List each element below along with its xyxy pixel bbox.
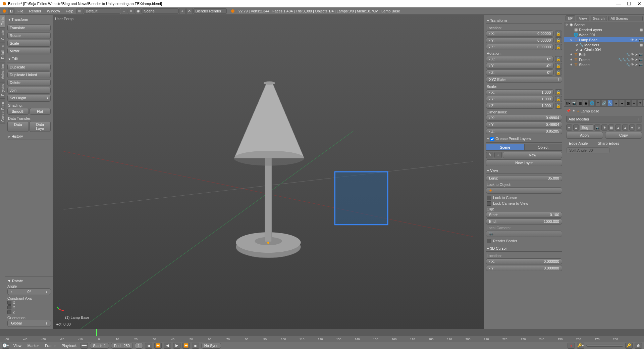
tab-physics[interactable]: Physics <box>0 82 5 98</box>
gp-scene-tab[interactable]: Scene <box>486 144 524 151</box>
outliner-modifiers-row[interactable]: ⊕🔧Modifiers▦ <box>564 42 644 47</box>
engine-dropdown[interactable]: Blender Render <box>193 8 227 14</box>
transform-header[interactable]: Transform <box>7 16 51 23</box>
layout-dropdown[interactable]: Default <box>84 8 120 14</box>
mod-move-up-icon[interactable]: ▲ <box>622 124 628 131</box>
gp-object-tab[interactable]: Object <box>524 144 562 151</box>
apply-button[interactable]: Apply <box>566 132 603 139</box>
outliner-frame-row[interactable]: ⊕▽Frame🔧🔧🔧 👁 ➤ 📷 <box>564 57 644 62</box>
clip-start-field[interactable]: Start:0.100 <box>486 212 562 218</box>
mod-edit-icon[interactable]: ▦ <box>608 124 614 131</box>
cursor-y-field[interactable]: ‹ Y:0.000000 <box>486 265 562 271</box>
timeline-editor-icon[interactable]: 🕐▾ <box>2 343 9 349</box>
menu-file[interactable]: File <box>15 8 26 14</box>
scale-x-field[interactable]: ‹ X:1.000 <box>486 89 554 95</box>
lock-camera-to-view[interactable]: Lock Camera to View <box>486 201 562 206</box>
angle-field[interactable]: ‹0°› <box>7 288 51 295</box>
outliner-search-menu[interactable]: Search <box>591 16 607 21</box>
tab-world-icon[interactable]: 🌐 <box>589 100 595 106</box>
minimize-icon[interactable]: — <box>616 1 621 6</box>
duplicate-linked-button[interactable]: Duplicate Linked <box>7 71 51 78</box>
lock-to-cursor[interactable]: Lock to Cursor <box>486 195 562 201</box>
rot-y-field[interactable]: ‹ Y:-0° <box>486 63 554 69</box>
screen-layout-icon[interactable]: ⊞ <box>76 8 83 14</box>
add-modifier-dropdown[interactable]: Add Modifier⁞ <box>566 116 642 122</box>
scale-button[interactable]: Scale <box>7 40 51 47</box>
mod-move-down-icon[interactable]: ▼ <box>629 124 635 131</box>
tab-grease-pencil[interactable]: Grease Pencil <box>0 98 5 124</box>
end-frame-field[interactable]: End:250 <box>111 343 133 349</box>
scene-add-icon[interactable]: + <box>179 8 186 14</box>
view-panel-header[interactable]: View <box>486 167 562 174</box>
keying-set-field[interactable] <box>586 345 623 347</box>
outliner-world-row[interactable]: 🌐World.001 <box>564 32 644 37</box>
tab-physics-icon[interactable]: ⟳ <box>637 100 643 106</box>
loc-y-field[interactable]: ‹ Y:0.00000 <box>486 37 554 43</box>
sharp-edges-checkbox[interactable]: Sharp Edges <box>595 140 620 147</box>
mod-cage-icon[interactable]: ▲ <box>615 124 621 131</box>
dim-y-field[interactable]: ‹ Y:0.48904 <box>486 121 562 128</box>
mod-delete-icon[interactable]: ✕ <box>636 124 642 131</box>
local-camera-field[interactable]: 📷 <box>486 231 562 237</box>
tab-modifiers-icon[interactable]: 🔧 <box>607 100 613 106</box>
lens-field[interactable]: Lens:35.000 <box>486 175 562 181</box>
jump-next-key-icon[interactable]: ⏩ <box>182 343 190 349</box>
scene-icon[interactable]: ◉ <box>135 8 142 14</box>
outliner-scene-row[interactable]: ⊖◉Scene <box>564 22 644 27</box>
edit-header[interactable]: Edit <box>7 55 51 62</box>
flat-button[interactable]: Flat <box>30 108 51 115</box>
tab-render-icon[interactable]: 📷 <box>572 100 577 106</box>
lock-icon[interactable]: 🔓 <box>555 69 562 76</box>
tab-render-layers-icon[interactable]: ▦ <box>578 100 583 106</box>
rot-x-field[interactable]: ‹ X:0° <box>486 56 554 62</box>
tab-animation[interactable]: Animation <box>0 62 5 81</box>
outliner-lampbase-row[interactable]: ⊖▽Lamp Base👁 ➤ 📷 <box>564 37 644 42</box>
jump-end-icon[interactable]: ⏭ <box>192 343 199 349</box>
lock-to-object-field[interactable]: ◈ <box>486 187 562 194</box>
outliner-view-menu[interactable]: View <box>577 16 589 21</box>
keyset-icon[interactable]: 🔑▾ <box>577 343 584 349</box>
outliner-editor-icon[interactable]: ⊟▾ <box>566 15 575 21</box>
translate-button[interactable]: Translate <box>7 24 51 31</box>
lock-icon[interactable]: 🔓 <box>555 89 562 95</box>
layout-remove-icon[interactable]: ✕ <box>128 8 135 14</box>
outliner-bulb-row[interactable]: ⊕▽Bulb🔧 👁 ➤ 📷 <box>564 52 644 57</box>
dim-z-field[interactable]: ‹ Z:0.85205 <box>486 128 562 134</box>
mod-collapse-icon[interactable]: ▾ <box>566 124 572 131</box>
data-layout-button[interactable]: Data Layo <box>30 121 51 132</box>
tab-constraints-icon[interactable]: 🔗 <box>601 100 607 106</box>
orientation-field[interactable]: Global⁞ <box>7 320 51 327</box>
tab-relations[interactable]: Relations <box>0 43 5 61</box>
tab-data-icon[interactable]: ▲ <box>613 100 619 106</box>
props-editor-icon[interactable]: ⊟▾ <box>566 100 571 106</box>
rotate-button[interactable]: Rotate <box>7 32 51 39</box>
timeline-track[interactable] <box>0 329 644 336</box>
tab-material-icon[interactable]: ● <box>620 100 625 106</box>
lock-icon[interactable]: 🔓 <box>555 103 562 109</box>
loc-x-field[interactable]: ‹ X:0.00000 <box>486 31 554 37</box>
timeline-playback-menu[interactable]: Playback <box>60 343 79 348</box>
copy-button[interactable]: Copy <box>605 132 642 139</box>
lock-icon[interactable]: 🔓 <box>555 37 562 43</box>
loc-z-field[interactable]: ‹ Z:0.00000 <box>486 44 554 50</box>
timeline-view-menu[interactable]: View <box>11 343 23 348</box>
smooth-button[interactable]: Smooth <box>7 108 29 115</box>
outliner-filter-dropdown[interactable]: All Scenes <box>608 16 643 21</box>
constraint-z[interactable]: Z <box>7 310 51 314</box>
scene-dropdown[interactable]: Scene <box>142 8 179 14</box>
gp-pencil-icon[interactable]: ✎ <box>486 152 493 158</box>
3d-cursor-header[interactable]: 3D Cursor <box>486 245 562 252</box>
clip-end-field[interactable]: End:1000.000 <box>486 218 562 225</box>
sync-dropdown[interactable]: No Sync <box>201 343 221 349</box>
jump-prev-key-icon[interactable]: ⏪ <box>154 343 162 349</box>
lock-icon[interactable]: 🔓 <box>555 63 562 69</box>
menu-window[interactable]: Window <box>44 8 63 14</box>
op-rotate-header[interactable]: ▼ Rotate <box>7 279 51 283</box>
join-button[interactable]: Join <box>7 87 51 94</box>
tab-create[interactable]: Create <box>0 28 5 42</box>
lock-icon[interactable]: 🔓 <box>555 31 562 37</box>
scene-remove-icon[interactable]: ✕ <box>186 8 193 14</box>
rotation-mode-dropdown[interactable]: XYZ Euler⁞ <box>486 76 562 83</box>
current-frame-field[interactable]: 1 <box>135 343 143 349</box>
timeline-cursor[interactable] <box>96 329 97 336</box>
